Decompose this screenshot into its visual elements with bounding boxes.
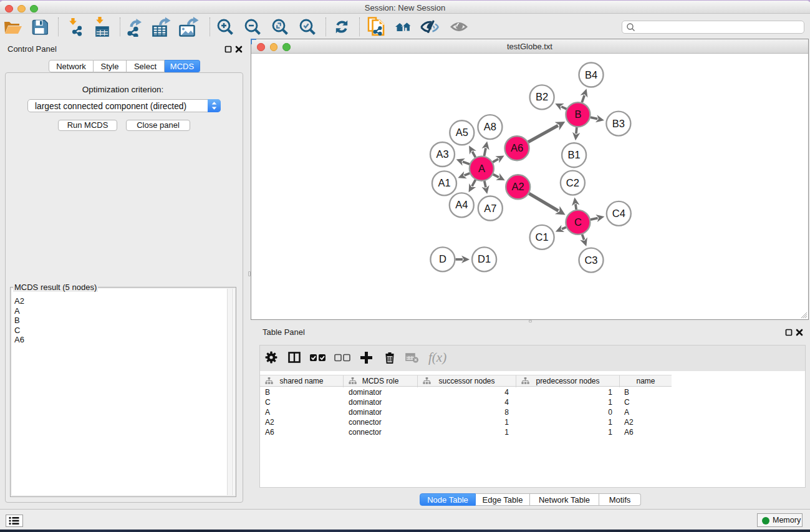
svg-text:A2: A2 xyxy=(512,181,524,192)
svg-text:B3: B3 xyxy=(612,118,625,129)
svg-text:A1: A1 xyxy=(438,177,450,188)
svg-text:C3: C3 xyxy=(584,254,597,266)
svg-text:C2: C2 xyxy=(566,177,579,188)
svg-text:B: B xyxy=(574,109,581,120)
svg-text:C4: C4 xyxy=(612,208,625,219)
svg-text:A3: A3 xyxy=(436,148,448,160)
svg-text:A4: A4 xyxy=(455,199,468,210)
svg-text:A6: A6 xyxy=(511,142,523,153)
svg-text:D1: D1 xyxy=(478,253,491,264)
svg-text:A7: A7 xyxy=(484,203,496,214)
svg-text:A: A xyxy=(478,163,485,174)
svg-text:B2: B2 xyxy=(536,91,548,102)
svg-text:A8: A8 xyxy=(484,121,496,132)
svg-text:D: D xyxy=(439,253,446,264)
svg-text:C1: C1 xyxy=(536,231,549,243)
svg-text:B1: B1 xyxy=(568,149,581,160)
svg-text:A5: A5 xyxy=(456,127,468,138)
svg-text:C: C xyxy=(574,216,582,228)
svg-text:B4: B4 xyxy=(585,69,597,80)
